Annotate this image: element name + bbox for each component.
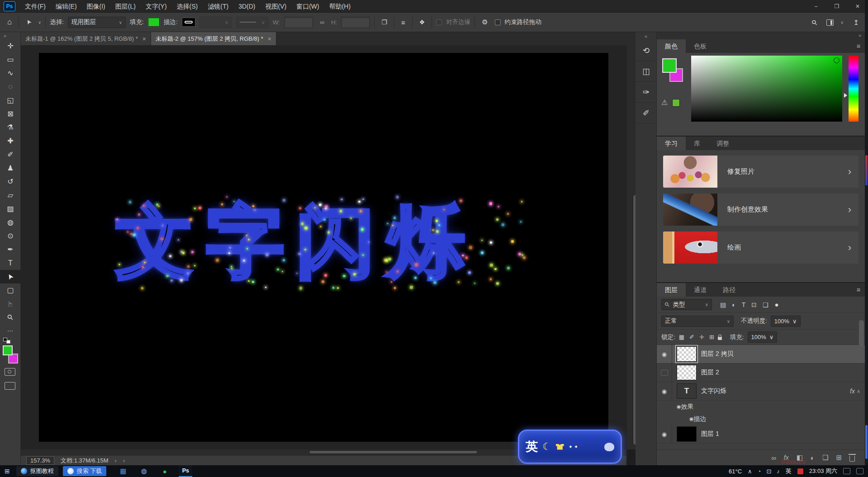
path-alignment-icon[interactable]: ≡: [398, 19, 408, 26]
stroke-color-swatch[interactable]: [182, 18, 195, 27]
filter-type-dropdown[interactable]: ⚲ 类型 ∨: [661, 299, 712, 310]
status-options-chevron-icon[interactable]: ›: [115, 457, 117, 464]
learn-card[interactable]: 修复照片 ›: [663, 156, 859, 188]
layer-row[interactable]: ◉ 图层 2 拷贝: [657, 345, 865, 364]
delete-layer-icon[interactable]: [849, 456, 855, 462]
quick-mask-button[interactable]: [5, 368, 15, 376]
taskbar-window-button[interactable]: 搜索 下载: [63, 466, 107, 476]
rectangle-tool[interactable]: ▢: [0, 283, 21, 297]
canvas-viewport[interactable]: 文字闪烁: [21, 45, 626, 449]
filter-adjustment-layers-icon[interactable]: ◐: [732, 301, 735, 308]
temperature-widget[interactable]: 61°C: [729, 468, 742, 475]
menu-item[interactable]: 视图(V): [260, 0, 291, 13]
lock-position-icon[interactable]: ✛: [699, 334, 704, 340]
taskbar-window-button[interactable]: 抠图教程: [16, 466, 58, 476]
layer-thumbnail[interactable]: [677, 426, 697, 442]
layer-row[interactable]: ◉ T 文字闪烁 fx ∧: [657, 382, 865, 401]
menu-item[interactable]: 编辑(E): [51, 0, 82, 13]
type-tool[interactable]: T: [0, 256, 21, 270]
show-desktop-icon[interactable]: [856, 468, 863, 474]
menu-item[interactable]: 文字(Y): [141, 0, 172, 13]
filter-toggle-icon[interactable]: ●: [775, 301, 779, 308]
menu-item[interactable]: 文件(F): [20, 0, 51, 13]
horizontal-scrollbar-thumb[interactable]: [309, 450, 478, 454]
more-tools-icon[interactable]: …: [0, 324, 20, 334]
new-layer-icon[interactable]: ⊞: [836, 453, 842, 462]
layer-thumbnail[interactable]: T: [677, 383, 697, 399]
lasso-tool[interactable]: ∿: [0, 66, 21, 80]
layer-row[interactable]: ◉ 图层 1: [657, 425, 865, 444]
panel-tab[interactable]: 路径: [715, 283, 744, 297]
layer-row[interactable]: 图层 2: [657, 364, 865, 382]
menu-item[interactable]: 选择(S): [172, 0, 203, 13]
filter-pixel-layers-icon[interactable]: ▤: [720, 301, 726, 308]
page-scrollbar[interactable]: [865, 0, 868, 477]
height-input[interactable]: [341, 17, 370, 28]
menu-item[interactable]: 帮助(H): [324, 0, 356, 13]
color-picker-marker[interactable]: [834, 57, 840, 63]
frame-tool[interactable]: ⊠: [0, 107, 21, 121]
visibility-toggle[interactable]: ◉: [677, 401, 681, 413]
learn-card[interactable]: 制作创意效果 ›: [663, 194, 859, 226]
document-tab[interactable]: 未标题-1 @ 162% (图层 2 拷贝 5, RGB/8) * ×: [21, 32, 151, 45]
path-select-tool[interactable]: ➤: [0, 270, 21, 283]
path-operations-icon[interactable]: ❐: [379, 19, 390, 26]
restore-button[interactable]: ❐: [826, 0, 847, 13]
layer-thumbnail[interactable]: [677, 365, 697, 380]
chevron-down-icon[interactable]: ∨: [840, 20, 844, 25]
close-tab-icon[interactable]: ×: [142, 35, 146, 43]
path-arrangement-icon[interactable]: ❖: [417, 19, 428, 26]
layers-scrollbar-thumb[interactable]: [859, 320, 864, 346]
document-canvas[interactable]: 文字闪烁: [39, 53, 608, 442]
lock-all-icon[interactable]: [718, 337, 722, 340]
panel-tab[interactable]: 库: [686, 137, 708, 150]
collapse-effects-icon[interactable]: ∧: [857, 388, 865, 394]
toolbar-expand-icon[interactable]: »: [0, 32, 20, 39]
gradient-tool[interactable]: ▨: [0, 202, 21, 216]
filter-smart-objects-icon[interactable]: ❑: [763, 301, 768, 308]
hue-slider-marker[interactable]: [844, 93, 849, 98]
tray-icon[interactable]: ♪: [777, 468, 780, 475]
layer-thumbnail[interactable]: [677, 346, 697, 362]
filter-type-layers-icon[interactable]: T: [742, 301, 746, 308]
select-mode-dropdown[interactable]: 现用图层 ∨: [68, 17, 126, 28]
panel-menu-icon[interactable]: ≡: [857, 43, 860, 50]
lock-pixels-icon[interactable]: ✐: [689, 334, 694, 340]
healing-brush-tool[interactable]: ✚: [0, 134, 21, 148]
lock-transparent-icon[interactable]: ▦: [679, 334, 684, 340]
collapse-panels-icon[interactable]: »: [859, 33, 861, 38]
websafe-color-swatch[interactable]: [672, 99, 680, 107]
marquee-tool[interactable]: ▭: [0, 53, 21, 66]
home-icon[interactable]: ⌂: [5, 18, 14, 27]
dodge-tool[interactable]: ⊙: [0, 229, 21, 243]
visibility-toggle[interactable]: ◉: [657, 425, 672, 443]
close-tab-icon[interactable]: ×: [268, 35, 271, 43]
link-dimensions-icon[interactable]: ∞: [317, 19, 327, 26]
visibility-toggle[interactable]: [657, 364, 672, 382]
panel-tab[interactable]: 图层: [657, 283, 686, 297]
brush-tool[interactable]: ✐: [0, 148, 21, 161]
panel-tab[interactable]: 学习: [657, 137, 686, 150]
tray-red-icon[interactable]: [797, 468, 803, 474]
filter-shape-layers-icon[interactable]: ⊡: [751, 301, 757, 308]
workspace-icon[interactable]: [826, 19, 834, 26]
default-colors-icon[interactable]: [3, 338, 10, 344]
blend-mode-dropdown[interactable]: 正常 ∨: [661, 316, 734, 327]
vertical-scrollbar[interactable]: [626, 45, 636, 449]
taskbar-app-photoshop[interactable]: Ps: [179, 465, 192, 477]
hand-tool[interactable]: ☞: [0, 297, 21, 311]
ime-indicator[interactable]: 英: [786, 467, 792, 475]
active-tool-icon[interactable]: ➤: [23, 16, 34, 29]
saturation-brightness-field[interactable]: [691, 56, 842, 122]
search-icon[interactable]: ⚲: [808, 16, 821, 29]
visibility-toggle[interactable]: ◉: [689, 413, 694, 425]
start-button[interactable]: ⊞: [5, 468, 10, 475]
history-brush-tool[interactable]: ↺: [0, 175, 21, 189]
document-tab[interactable]: 未标题-2 @ 157% (图层 2 拷贝, RGB/8) * ×: [151, 32, 276, 45]
panel-tab[interactable]: 色板: [686, 39, 715, 53]
gamut-warning-icon[interactable]: ⚠: [661, 98, 668, 107]
3d-panel-icon[interactable]: ◫: [636, 61, 657, 82]
eyedropper-tool[interactable]: ⚗: [0, 121, 21, 134]
panel-tab[interactable]: 调整: [708, 137, 737, 150]
visibility-toggle[interactable]: ◉: [657, 345, 672, 363]
